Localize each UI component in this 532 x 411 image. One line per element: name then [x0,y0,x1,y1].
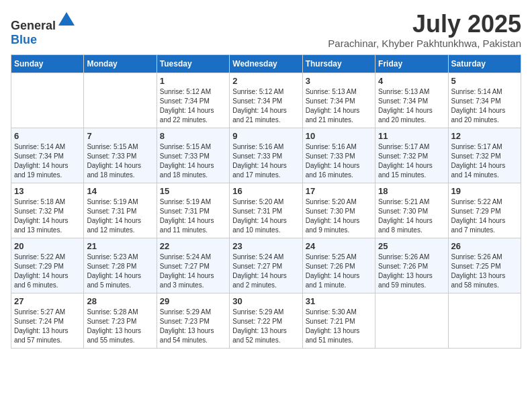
cell-info: Sunrise: 5:28 AM Sunset: 7:23 PM Dayligh… [87,308,153,345]
cell-info: Sunrise: 5:19 AM Sunset: 7:31 PM Dayligh… [160,197,226,235]
table-row [11,73,84,128]
table-row: 8Sunrise: 5:15 AM Sunset: 7:33 PM Daylig… [157,128,229,183]
cell-info: Sunrise: 5:23 AM Sunset: 7:28 PM Dayligh… [87,253,153,290]
cell-info: Sunrise: 5:17 AM Sunset: 7:32 PM Dayligh… [378,142,445,180]
table-row: 4Sunrise: 5:13 AM Sunset: 7:34 PM Daylig… [375,73,448,128]
cell-info: Sunrise: 5:18 AM Sunset: 7:32 PM Dayligh… [14,197,81,235]
table-row: 23Sunrise: 5:24 AM Sunset: 7:27 PM Dayli… [230,238,302,293]
table-row: 13Sunrise: 5:18 AM Sunset: 7:32 PM Dayli… [11,183,84,238]
header-saturday: Saturday [448,54,521,73]
header-wednesday: Wednesday [230,54,302,73]
cell-info: Sunrise: 5:22 AM Sunset: 7:29 PM Dayligh… [14,253,81,290]
table-row: 29Sunrise: 5:29 AM Sunset: 7:23 PM Dayli… [157,293,229,348]
table-row: 3Sunrise: 5:13 AM Sunset: 7:34 PM Daylig… [302,73,375,128]
cell-info: Sunrise: 5:29 AM Sunset: 7:22 PM Dayligh… [232,308,299,345]
location-title: Parachinar, Khyber Pakhtunkhwa, Pakistan [328,38,521,49]
table-row: 9Sunrise: 5:16 AM Sunset: 7:33 PM Daylig… [230,128,302,183]
header-tuesday: Tuesday [157,54,229,73]
table-row [84,73,157,128]
cell-info: Sunrise: 5:24 AM Sunset: 7:27 PM Dayligh… [160,253,226,290]
cell-info: Sunrise: 5:20 AM Sunset: 7:30 PM Dayligh… [306,197,372,235]
day-number: 23 [232,241,299,251]
cell-info: Sunrise: 5:20 AM Sunset: 7:31 PM Dayligh… [232,197,299,235]
logo-icon [57,11,76,30]
cell-info: Sunrise: 5:12 AM Sunset: 7:34 PM Dayligh… [160,87,226,125]
cell-info: Sunrise: 5:26 AM Sunset: 7:25 PM Dayligh… [451,253,518,290]
page-header: General Blue July 2025 Parachinar, Khybe… [11,11,521,49]
table-row: 6Sunrise: 5:14 AM Sunset: 7:34 PM Daylig… [11,128,84,183]
day-number: 5 [451,76,518,86]
cell-info: Sunrise: 5:12 AM Sunset: 7:34 PM Dayligh… [232,87,299,125]
table-row [448,293,521,348]
calendar-week-row: 6Sunrise: 5:14 AM Sunset: 7:34 PM Daylig… [11,128,521,183]
day-number: 22 [160,241,226,251]
table-row: 19Sunrise: 5:22 AM Sunset: 7:29 PM Dayli… [448,183,521,238]
calendar-week-row: 1Sunrise: 5:12 AM Sunset: 7:34 PM Daylig… [11,73,521,128]
day-number: 10 [306,131,372,141]
table-row: 22Sunrise: 5:24 AM Sunset: 7:27 PM Dayli… [157,238,229,293]
table-row: 14Sunrise: 5:19 AM Sunset: 7:31 PM Dayli… [84,183,157,238]
header-friday: Friday [375,54,448,73]
calendar-table: Sunday Monday Tuesday Wednesday Thursday… [11,54,521,349]
day-number: 28 [87,296,153,306]
day-number: 3 [306,76,372,86]
table-row: 30Sunrise: 5:29 AM Sunset: 7:22 PM Dayli… [230,293,302,348]
calendar-week-row: 27Sunrise: 5:27 AM Sunset: 7:24 PM Dayli… [11,293,521,348]
day-number: 6 [14,131,81,141]
table-row: 31Sunrise: 5:30 AM Sunset: 7:21 PM Dayli… [302,293,375,348]
logo-text-blue: Blue [11,33,37,46]
month-title: July 2025 [328,11,521,38]
calendar-week-row: 13Sunrise: 5:18 AM Sunset: 7:32 PM Dayli… [11,183,521,238]
cell-info: Sunrise: 5:14 AM Sunset: 7:34 PM Dayligh… [451,87,518,125]
logo-text-general: General [11,19,56,32]
day-number: 26 [451,241,518,251]
table-row: 25Sunrise: 5:26 AM Sunset: 7:26 PM Dayli… [375,238,448,293]
table-row: 17Sunrise: 5:20 AM Sunset: 7:30 PM Dayli… [302,183,375,238]
day-number: 30 [232,296,299,306]
day-number: 25 [378,241,445,251]
cell-info: Sunrise: 5:15 AM Sunset: 7:33 PM Dayligh… [87,142,153,180]
table-row: 11Sunrise: 5:17 AM Sunset: 7:32 PM Dayli… [375,128,448,183]
table-row: 26Sunrise: 5:26 AM Sunset: 7:25 PM Dayli… [448,238,521,293]
day-number: 17 [306,186,372,196]
cell-info: Sunrise: 5:29 AM Sunset: 7:23 PM Dayligh… [160,308,226,345]
header-monday: Monday [84,54,157,73]
cell-info: Sunrise: 5:16 AM Sunset: 7:33 PM Dayligh… [232,142,299,180]
day-number: 12 [451,131,518,141]
table-row: 21Sunrise: 5:23 AM Sunset: 7:28 PM Dayli… [84,238,157,293]
day-number: 31 [306,296,372,306]
title-block: July 2025 Parachinar, Khyber Pakhtunkhwa… [328,11,521,49]
table-row: 27Sunrise: 5:27 AM Sunset: 7:24 PM Dayli… [11,293,84,348]
table-row: 5Sunrise: 5:14 AM Sunset: 7:34 PM Daylig… [448,73,521,128]
day-number: 15 [160,186,226,196]
cell-info: Sunrise: 5:16 AM Sunset: 7:33 PM Dayligh… [306,142,372,180]
cell-info: Sunrise: 5:19 AM Sunset: 7:31 PM Dayligh… [87,197,153,235]
day-number: 8 [160,131,226,141]
day-number: 21 [87,241,153,251]
day-number: 14 [87,186,153,196]
table-row: 10Sunrise: 5:16 AM Sunset: 7:33 PM Dayli… [302,128,375,183]
cell-info: Sunrise: 5:22 AM Sunset: 7:29 PM Dayligh… [451,197,518,235]
table-row: 20Sunrise: 5:22 AM Sunset: 7:29 PM Dayli… [11,238,84,293]
table-row: 2Sunrise: 5:12 AM Sunset: 7:34 PM Daylig… [230,73,302,128]
table-row: 24Sunrise: 5:25 AM Sunset: 7:26 PM Dayli… [302,238,375,293]
cell-info: Sunrise: 5:25 AM Sunset: 7:26 PM Dayligh… [306,253,372,290]
logo: General Blue [11,11,76,47]
table-row: 15Sunrise: 5:19 AM Sunset: 7:31 PM Dayli… [157,183,229,238]
table-row [375,293,448,348]
table-row: 28Sunrise: 5:28 AM Sunset: 7:23 PM Dayli… [84,293,157,348]
table-row: 12Sunrise: 5:17 AM Sunset: 7:32 PM Dayli… [448,128,521,183]
day-number: 19 [451,186,518,196]
cell-info: Sunrise: 5:13 AM Sunset: 7:34 PM Dayligh… [378,87,445,125]
day-number: 27 [14,296,81,306]
cell-info: Sunrise: 5:24 AM Sunset: 7:27 PM Dayligh… [232,253,299,290]
cell-info: Sunrise: 5:21 AM Sunset: 7:30 PM Dayligh… [378,197,445,235]
cell-info: Sunrise: 5:17 AM Sunset: 7:32 PM Dayligh… [451,142,518,180]
day-number: 11 [378,131,445,141]
day-number: 2 [232,76,299,86]
day-number: 18 [378,186,445,196]
header-thursday: Thursday [302,54,375,73]
header-sunday: Sunday [11,54,84,73]
table-row: 18Sunrise: 5:21 AM Sunset: 7:30 PM Dayli… [375,183,448,238]
day-number: 29 [160,296,226,306]
